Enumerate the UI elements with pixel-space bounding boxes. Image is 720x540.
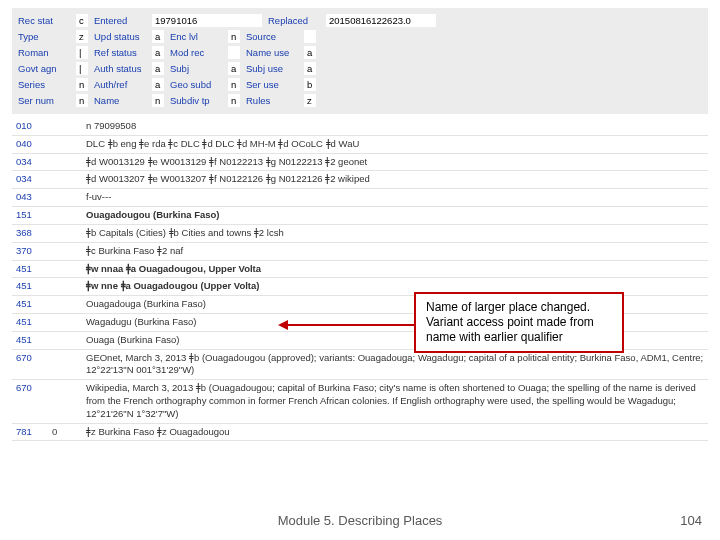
annotation-arrow (286, 324, 414, 326)
marc-row: 451ǂw nnaa ǂa Ouagadougou, Upper Volta (12, 261, 708, 279)
marc-row: 043f-uv--- (12, 189, 708, 207)
fixed-field-value (304, 30, 316, 43)
fixed-field-label: Name (94, 95, 152, 106)
fixed-field-label: Ser use (246, 79, 304, 90)
fixed-field-value: 19791016 (152, 14, 262, 27)
fixed-field-label: Entered (94, 15, 152, 26)
marc-row: 670Wikipedia, March 3, 2013 ǂb (Ouagadou… (12, 380, 708, 423)
marc-data: ǂw nnaa ǂa Ouagadougou, Upper Volta (86, 263, 708, 276)
marc-tag: 034 (12, 173, 52, 184)
marc-data: ǂd W0013129 ǂe W0013129 ǂf N0122213 ǂg N… (86, 156, 708, 169)
marc-tag: 368 (12, 227, 52, 238)
fixed-field-label: Rec stat (18, 15, 76, 26)
fixed-field-label: Subj use (246, 63, 304, 74)
marc-row: 010n 79099508 (12, 118, 708, 136)
marc-data: ǂz Burkina Faso ǂz Ouagadougou (86, 426, 708, 439)
marc-tag: 040 (12, 138, 52, 149)
fixed-field-value: z (76, 30, 88, 43)
fixed-field-label: Type (18, 31, 76, 42)
marc-tag: 781 (12, 426, 52, 437)
marc-tag: 670 (12, 382, 52, 393)
fixed-field-value: a (152, 62, 164, 75)
marc-row: 151Ouagadougou (Burkina Faso) (12, 207, 708, 225)
fixed-field-value: | (76, 62, 88, 75)
marc-tag: 151 (12, 209, 52, 220)
fixed-field-label: Name use (246, 47, 304, 58)
fixed-field-label: Source (246, 31, 304, 42)
fixed-field-label: Ref status (94, 47, 152, 58)
marc-row: 034ǂd W0013207 ǂe W0013207 ǂf N0122126 ǂ… (12, 171, 708, 189)
marc-tag: 451 (12, 316, 52, 327)
marc-tag: 451 (12, 298, 52, 309)
footer-module-title: Module 5. Describing Places (0, 513, 720, 528)
marc-row: 034ǂd W0013129 ǂe W0013129 ǂf N0122213 ǂ… (12, 154, 708, 172)
footer-page-number: 104 (680, 513, 702, 528)
fixed-field-value: n (76, 94, 88, 107)
marc-row: 040DLC ǂb eng ǂe rda ǂc DLC ǂd DLC ǂd MH… (12, 136, 708, 154)
fixed-field-label: Ser num (18, 95, 76, 106)
fixed-field-label: Subdiv tp (170, 95, 228, 106)
marc-row: 370ǂc Burkina Faso ǂ2 naf (12, 243, 708, 261)
fixed-field-value: a (304, 46, 316, 59)
fixed-field-label: Upd status (94, 31, 152, 42)
marc-data: f-uv--- (86, 191, 708, 204)
marc-data: n 79099508 (86, 120, 708, 133)
marc-row: 368ǂb Capitals (Cities) ǂb Cities and to… (12, 225, 708, 243)
slide-container: Rec statcEntered19791016Replaced20150816… (0, 0, 720, 540)
marc-data: ǂb Capitals (Cities) ǂb Cities and towns… (86, 227, 708, 240)
fixed-field-label: Roman (18, 47, 76, 58)
fixed-field-value: z (304, 94, 316, 107)
fixed-field-value: n (152, 94, 164, 107)
fixed-field-row: Govt agn|Auth statusaSubjaSubj usea (18, 60, 702, 76)
fixed-field-row: Roman|Ref statusaMod recName usea (18, 44, 702, 60)
marc-tag: 451 (12, 280, 52, 291)
fixed-field-value: a (228, 62, 240, 75)
marc-row: 7810ǂz Burkina Faso ǂz Ouagadougou (12, 424, 708, 442)
fixed-fields-panel: Rec statcEntered19791016Replaced20150816… (12, 8, 708, 114)
fixed-field-value: n (76, 78, 88, 91)
fixed-field-value: n (228, 30, 240, 43)
fixed-field-value: b (304, 78, 316, 91)
fixed-field-value: n (228, 78, 240, 91)
marc-fields-table: 010n 79099508040DLC ǂb eng ǂe rda ǂc DLC… (12, 118, 708, 441)
fixed-field-label: Series (18, 79, 76, 90)
fixed-field-value: a (152, 30, 164, 43)
fixed-field-row: Ser numnNamenSubdiv tpnRulesz (18, 92, 702, 108)
fixed-field-label: Auth status (94, 63, 152, 74)
marc-tag: 043 (12, 191, 52, 202)
fixed-field-label: Rules (246, 95, 304, 106)
fixed-field-value: c (76, 14, 88, 27)
fixed-field-label: Govt agn (18, 63, 76, 74)
fixed-field-value: a (304, 62, 316, 75)
marc-data: DLC ǂb eng ǂe rda ǂc DLC ǂd DLC ǂd MH-M … (86, 138, 708, 151)
fixed-field-label: Geo subd (170, 79, 228, 90)
marc-tag: 034 (12, 156, 52, 167)
fixed-field-value: 20150816122623.0 (326, 14, 436, 27)
marc-data: Ouagadougou (Burkina Faso) (86, 209, 708, 222)
fixed-field-row: SeriesnAuth/refaGeo subdnSer useb (18, 76, 702, 92)
marc-tag: 670 (12, 352, 52, 363)
fixed-field-value: | (76, 46, 88, 59)
fixed-field-row: Rec statcEntered19791016Replaced20150816… (18, 12, 702, 28)
marc-data: Wikipedia, March 3, 2013 ǂb (Ouagadougou… (86, 382, 708, 420)
fixed-field-label: Auth/ref (94, 79, 152, 90)
marc-indicator: 0 (52, 426, 86, 437)
fixed-field-label: Subj (170, 63, 228, 74)
marc-data: ǂc Burkina Faso ǂ2 naf (86, 245, 708, 258)
fixed-field-label: Enc lvl (170, 31, 228, 42)
fixed-field-row: TypezUpd statusaEnc lvlnSource (18, 28, 702, 44)
marc-tag: 451 (12, 263, 52, 274)
marc-tag: 010 (12, 120, 52, 131)
marc-data: ǂd W0013207 ǂe W0013207 ǂf N0122126 ǂg N… (86, 173, 708, 186)
marc-data: GEOnet, March 3, 2013 ǂb (Ouagadougou (a… (86, 352, 708, 378)
marc-tag: 451 (12, 334, 52, 345)
fixed-field-label: Replaced (268, 15, 326, 26)
annotation-callout: Name of larger place changed. Variant ac… (414, 292, 624, 353)
fixed-field-label: Mod rec (170, 47, 228, 58)
fixed-field-value (228, 46, 240, 59)
marc-row: 670GEOnet, March 3, 2013 ǂb (Ouagadougou… (12, 350, 708, 381)
fixed-field-value: n (228, 94, 240, 107)
marc-tag: 370 (12, 245, 52, 256)
fixed-field-value: a (152, 78, 164, 91)
fixed-field-value: a (152, 46, 164, 59)
